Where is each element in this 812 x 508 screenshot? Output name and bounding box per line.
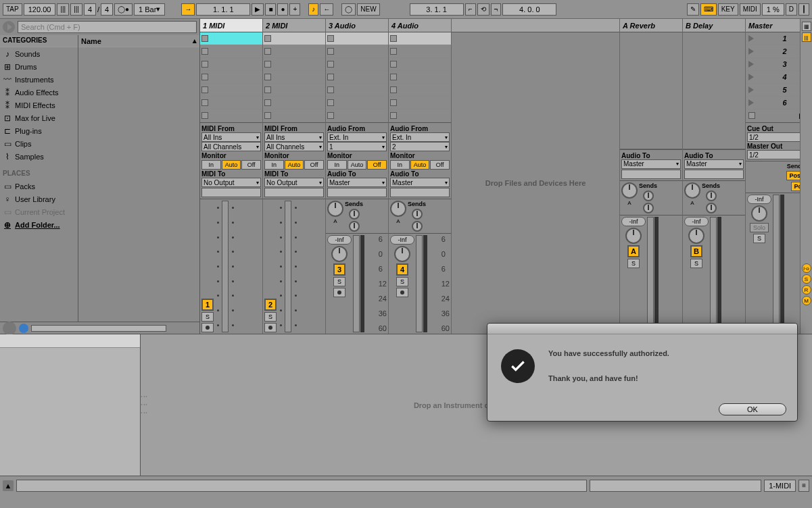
- fader[interactable]: [353, 235, 360, 332]
- arm-button[interactable]: [333, 288, 345, 297]
- tap-button[interactable]: TAP: [3, 3, 22, 16]
- clip-slot[interactable]: [389, 45, 451, 58]
- track-activator[interactable]: 2: [264, 299, 277, 311]
- clip-slot[interactable]: [263, 32, 325, 45]
- cat-drums[interactable]: ⊞Drums: [0, 60, 78, 73]
- cat-max-for-live[interactable]: ⊡Max for Live: [0, 111, 78, 124]
- to-select[interactable]: No Output: [201, 178, 261, 187]
- expand-button[interactable]: ▲: [3, 480, 14, 491]
- clip-slot[interactable]: [326, 71, 388, 84]
- io-section-button[interactable]: i·o: [802, 263, 811, 273]
- clip-stop-button[interactable]: [201, 86, 208, 93]
- clip-stop-button[interactable]: [390, 86, 397, 93]
- from-select[interactable]: Ext. In: [327, 132, 387, 142]
- monitor-auto[interactable]: Auto: [348, 160, 367, 170]
- clip-slot[interactable]: [200, 32, 262, 45]
- clip-stop-button[interactable]: [201, 61, 208, 68]
- pan-knob[interactable]: [625, 228, 642, 244]
- punch-in-button[interactable]: ⌐: [465, 3, 476, 16]
- send-knob[interactable]: [643, 190, 654, 201]
- cat-sounds[interactable]: ♪Sounds: [0, 47, 78, 60]
- solo-button[interactable]: Solo: [750, 223, 769, 232]
- pan-knob[interactable]: [751, 205, 767, 222]
- nudge-up-button[interactable]: |||: [70, 3, 82, 16]
- place-user-library[interactable]: ♀User Library: [0, 193, 78, 205]
- monitor-off[interactable]: Off: [241, 160, 261, 170]
- clip-stop-button[interactable]: [264, 48, 271, 55]
- clip-slot[interactable]: [326, 45, 388, 58]
- midi-track-indicator[interactable]: 1-MIDI: [764, 480, 796, 492]
- clip-slot[interactable]: [326, 32, 388, 45]
- returns-section-button[interactable]: R: [802, 285, 811, 295]
- solo-button[interactable]: S: [201, 312, 214, 322]
- solo-button[interactable]: S: [333, 277, 345, 286]
- pan-knob[interactable]: [621, 182, 638, 199]
- clip-stop-button[interactable]: [390, 35, 397, 42]
- preview-button[interactable]: [19, 324, 28, 333]
- monitor-in[interactable]: In: [327, 160, 347, 170]
- send-a-knob[interactable]: [349, 209, 360, 220]
- solo-button[interactable]: S: [690, 259, 702, 268]
- clip-stop-button[interactable]: [264, 61, 271, 68]
- clip-stop-button[interactable]: [327, 99, 334, 106]
- cat-clips[interactable]: ▭Clips: [0, 137, 78, 150]
- clip-stop-button[interactable]: [201, 48, 208, 55]
- clip-slot[interactable]: [263, 97, 325, 109]
- name-header[interactable]: Name▴: [78, 35, 199, 47]
- channel-select[interactable]: 1: [327, 142, 387, 151]
- fader[interactable]: [773, 195, 780, 332]
- dialog-titlebar[interactable]: [487, 324, 797, 334]
- clip-slot[interactable]: [389, 97, 451, 109]
- drop-zone-track[interactable]: Drop Files and Devices Here: [452, 19, 620, 334]
- sig-num[interactable]: 4: [84, 3, 96, 16]
- arr-position[interactable]: 3. 1. 1: [410, 3, 464, 16]
- volume-display[interactable]: -Inf: [747, 195, 771, 204]
- clip-slot[interactable]: [200, 97, 262, 109]
- play-button[interactable]: ▶: [252, 3, 264, 16]
- clip-slot[interactable]: [326, 58, 388, 71]
- stop-all-slot[interactable]: [326, 109, 388, 122]
- pan-knob[interactable]: [394, 246, 410, 262]
- place-add-folder[interactable]: ⊕Add Folder...: [0, 218, 78, 231]
- solo-button[interactable]: S: [627, 259, 640, 268]
- monitor-in[interactable]: In: [390, 160, 410, 170]
- pan-knob[interactable]: [390, 201, 406, 217]
- clip-slot[interactable]: [326, 84, 388, 97]
- place-current-project[interactable]: ▭Current Project: [0, 205, 78, 218]
- clip-slot[interactable]: [263, 84, 325, 97]
- track-activator[interactable]: 4: [396, 263, 408, 276]
- mixer-section-button[interactable]: M: [802, 296, 811, 305]
- sends-section-button[interactable]: S: [802, 274, 811, 284]
- pan-knob[interactable]: [331, 246, 348, 262]
- sig-den[interactable]: 4: [101, 3, 113, 16]
- clip-slot[interactable]: [389, 58, 451, 71]
- monitor-auto[interactable]: Auto: [410, 160, 430, 170]
- automation-arm-button[interactable]: ♪: [308, 3, 318, 16]
- clip-stop-button[interactable]: [390, 48, 397, 55]
- to-select[interactable]: Master: [684, 159, 744, 169]
- track-header[interactable]: A Reverb: [620, 19, 682, 32]
- track-header[interactable]: 4 Audio: [389, 19, 451, 32]
- groove-pool-button[interactable]: [3, 322, 16, 335]
- show-hide-sends-button[interactable]: |||: [802, 32, 811, 42]
- clip-slot[interactable]: [263, 71, 325, 84]
- from-select[interactable]: All Ins: [264, 132, 324, 142]
- stop-button[interactable]: ■: [265, 3, 276, 16]
- volume-display[interactable]: -Inf: [684, 217, 709, 226]
- monitor-off[interactable]: Off: [367, 160, 387, 170]
- clip-stop-button[interactable]: [264, 35, 271, 42]
- clip-stop-button[interactable]: [264, 86, 271, 93]
- metronome-button[interactable]: ◯●: [114, 3, 133, 16]
- disk-overload-button[interactable]: D: [786, 3, 797, 16]
- clip-stop-button[interactable]: [264, 74, 271, 80]
- preview-play-button[interactable]: [3, 21, 15, 33]
- monitor-in[interactable]: In: [201, 160, 221, 170]
- drag-handle-icon[interactable]: ⋮⋮⋮: [141, 393, 148, 417]
- track-header[interactable]: 3 Audio: [326, 19, 388, 32]
- clip-stop-button[interactable]: [201, 99, 208, 106]
- sub-select[interactable]: [264, 188, 324, 197]
- clip-stop-button[interactable]: [327, 74, 334, 80]
- clip-stop-button[interactable]: [264, 99, 271, 106]
- record-button[interactable]: ●: [277, 3, 288, 16]
- overdub-button[interactable]: +: [289, 3, 300, 16]
